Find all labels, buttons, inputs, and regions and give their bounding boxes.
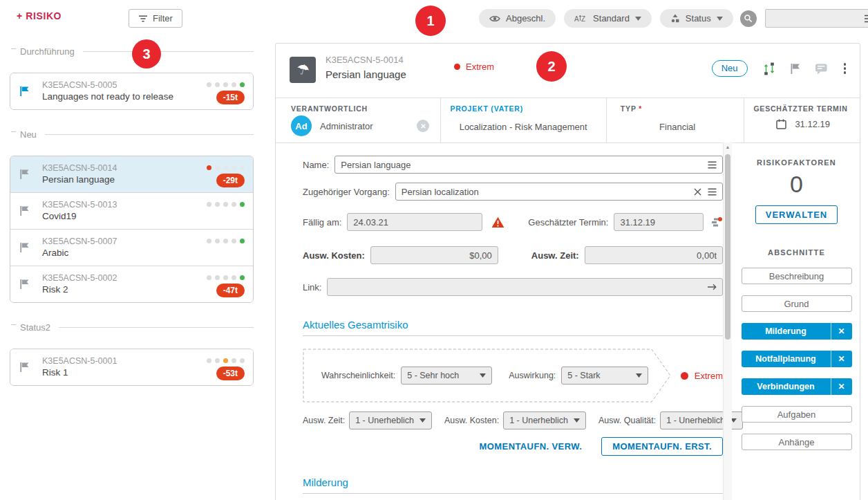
- search-button[interactable]: [740, 10, 757, 27]
- status-pill[interactable]: Neu: [712, 60, 748, 77]
- flag-icon: [20, 86, 29, 97]
- geschaetzter-termin-value: 31.12.19: [795, 119, 830, 129]
- ausw-kosten-input[interactable]: $0,00: [370, 246, 498, 264]
- risk-card[interactable]: K3E5ACSN-5-0007 Arabic: [10, 229, 253, 266]
- status-dot: [232, 82, 236, 87]
- clear-icon[interactable]: [694, 188, 701, 196]
- close-icon[interactable]: ✕: [831, 323, 852, 340]
- risk-severity-indicator: Extrem: [681, 371, 723, 381]
- status-dot: [240, 358, 245, 363]
- comment-icon[interactable]: [815, 63, 828, 75]
- faellig-label: Fällig am:: [303, 217, 341, 228]
- group-cards: K3E5ACSN-5-0005 Languages not ready to r…: [10, 73, 254, 110]
- workflow-status-icon[interactable]: [762, 62, 776, 75]
- name-input[interactable]: Persian language: [334, 156, 723, 174]
- section-button[interactable]: Verbindungen ✕: [742, 378, 852, 395]
- sort-az-icon: AZ: [574, 14, 587, 23]
- risk-assessment-row: Wahrscheinlichkeit: 5 - Sehr hoch Auswir…: [303, 349, 723, 402]
- avatar[interactable]: Ad: [291, 115, 312, 136]
- momentaufn-verw-button[interactable]: MOMENTAUFN. VERW.: [480, 441, 583, 452]
- group-label: Status2: [20, 322, 50, 333]
- kebab-menu-icon[interactable]: [842, 63, 848, 74]
- scrollbar-thumb[interactable]: [725, 154, 730, 340]
- group-header[interactable]: Status2: [10, 322, 254, 333]
- section-button[interactable]: Beschreibung: [742, 268, 852, 284]
- close-icon[interactable]: ✕: [831, 378, 852, 395]
- auswirkung-value: 5 - Stark: [567, 371, 630, 380]
- section-button[interactable]: Anhänge: [742, 434, 852, 450]
- risk-card[interactable]: K3E5ACSN-5-0001 Risk 1 -53t: [10, 349, 253, 385]
- vorgang-input[interactable]: Persian localization: [395, 183, 723, 201]
- termin-value: 31.12.19: [620, 217, 697, 228]
- risk-text: K3E5ACSN-5-0002 Risk 2: [42, 272, 117, 296]
- remove-assignee-icon[interactable]: ✕: [417, 120, 429, 132]
- status-dot: [223, 165, 228, 170]
- status-dot: [232, 358, 236, 363]
- risk-card[interactable]: K3E5ACSN-5-0013 Covid19: [10, 192, 253, 229]
- verwalten-button[interactable]: VERWALTEN: [755, 205, 838, 224]
- risk-badge: -29t: [216, 174, 245, 187]
- sections-list: Beschreibung Grund Milderung ✕ Notfallpl…: [732, 268, 861, 450]
- flag-icon[interactable]: [791, 63, 800, 75]
- risk-dots: [207, 165, 245, 170]
- filter-button[interactable]: Filter: [129, 9, 182, 28]
- collapse-dash-icon: [11, 131, 16, 132]
- risk-card[interactable]: K3E5ACSN-5-0014 Persian language -29t: [10, 156, 253, 192]
- wahrscheinlichkeit-select[interactable]: 5 - Sehr hoch: [401, 367, 492, 385]
- risk-groups: Durchführung K3E5ACSN-5-0005 Languages n…: [10, 46, 254, 405]
- status-dot: [223, 239, 228, 243]
- detail-risk-id: K3E5ACSN-5-0014: [326, 55, 404, 65]
- risk-card[interactable]: K3E5ACSN-5-0002 Risk 2 -47t: [10, 266, 253, 302]
- risk-ausw-zeit-select[interactable]: 1 - Unerheblich: [349, 411, 432, 429]
- section-button[interactable]: Milderung ✕: [742, 323, 852, 340]
- ausw-zeit-value: 0,00t: [591, 250, 717, 261]
- termin-input[interactable]: 31.12.19: [614, 213, 704, 231]
- risk-text: K3E5ACSN-5-0013 Covid19: [42, 199, 117, 223]
- name-row: Name: Persian language: [303, 156, 723, 174]
- hamburger-icon[interactable]: [708, 188, 717, 196]
- hamburger-icon[interactable]: [708, 161, 717, 169]
- section-label: Beschreibung: [742, 271, 851, 281]
- group-divider: [45, 134, 254, 135]
- eye-icon: [489, 15, 500, 23]
- risk-id: K3E5ACSN-5-0002: [42, 272, 117, 284]
- arrow-right-icon[interactable]: [707, 284, 717, 290]
- risk-id: K3E5ACSN-5-0007: [42, 236, 117, 247]
- search-field: [765, 9, 868, 28]
- timeline-alert-icon[interactable]: [710, 217, 723, 228]
- faellig-value: 24.03.21: [353, 217, 476, 228]
- hamburger-icon[interactable]: [864, 15, 868, 23]
- chevron-down-icon: [636, 373, 642, 378]
- projekt-label[interactable]: PROJEKT (VATER): [450, 104, 605, 113]
- sort-dropdown[interactable]: AZ Standard: [564, 9, 652, 28]
- status-dot: [232, 239, 236, 243]
- section-button[interactable]: Grund: [742, 295, 852, 312]
- risk-title: Risk 1: [42, 367, 117, 379]
- impact-row: Ausw. Kosten: $0,00 Ausw. Zeit: 0,00t: [303, 246, 723, 264]
- section-button[interactable]: Aufgaben: [742, 406, 852, 423]
- abgeschl-toggle[interactable]: Abgeschl.: [479, 9, 556, 28]
- risk-ausw-kosten-select[interactable]: 1 - Unerheblich: [503, 411, 586, 429]
- close-icon[interactable]: ✕: [831, 351, 852, 367]
- calendar-icon[interactable]: [776, 119, 786, 129]
- wahrscheinlichkeit-label: Wahrscheinlichkeit:: [321, 371, 395, 380]
- scroll-up-icon[interactable]: ▲: [724, 145, 732, 150]
- ausw-zeit-input[interactable]: 0,00t: [585, 246, 723, 264]
- gesamtrisiko-heading: Aktuelles Gesamtrisiko: [303, 319, 723, 331]
- group-header[interactable]: Neu: [10, 129, 254, 140]
- group-by-dropdown[interactable]: Status: [660, 9, 733, 28]
- add-risk-button[interactable]: + RISIKO: [17, 10, 62, 21]
- auswirkung-select[interactable]: 5 - Stark: [561, 367, 648, 385]
- link-input[interactable]: [327, 278, 723, 296]
- search-input[interactable]: [771, 12, 864, 24]
- status-dot: [215, 82, 220, 87]
- risk-badge: -53t: [216, 367, 245, 380]
- group-by-label: Status: [686, 13, 711, 24]
- detail-scrollbar[interactable]: ▲: [723, 142, 732, 500]
- momentaufn-erst-button[interactable]: MOMENTAUFN. ERST.: [601, 437, 723, 456]
- section-label: Milderung: [742, 326, 831, 336]
- risk-card[interactable]: K3E5ACSN-5-0005 Languages not ready to r…: [10, 73, 253, 109]
- section-button[interactable]: Notfallplanung ✕: [742, 351, 852, 367]
- section-label: Grund: [742, 299, 851, 309]
- faellig-input[interactable]: 24.03.21: [347, 213, 482, 231]
